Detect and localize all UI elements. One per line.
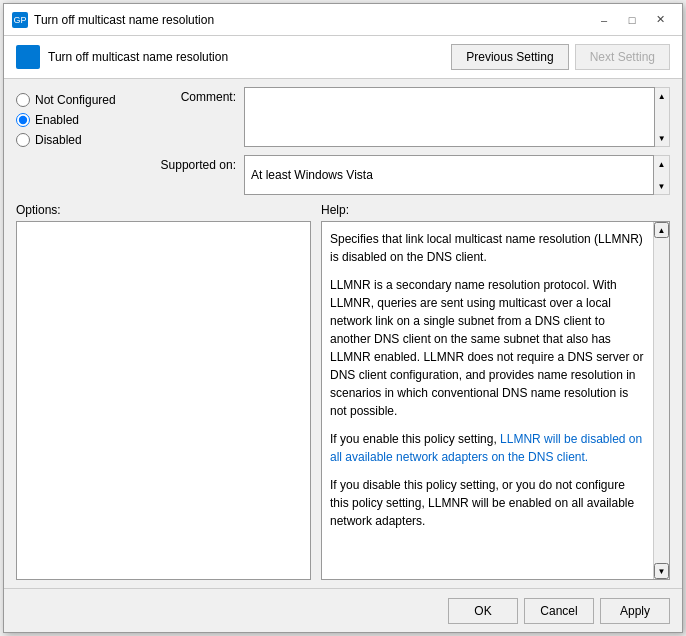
close-button[interactable]: ✕	[646, 9, 674, 31]
comment-label: Comment:	[146, 87, 236, 104]
policy-icon	[16, 45, 40, 69]
help-link-llmnr[interactable]: LLMNR will be disabled on all available …	[330, 432, 642, 464]
supported-label: Supported on:	[146, 155, 236, 172]
ok-button[interactable]: OK	[448, 598, 518, 624]
options-panel	[16, 221, 311, 580]
minimize-button[interactable]: –	[590, 9, 618, 31]
help-content: Specifies that link local multicast name…	[322, 222, 653, 579]
help-para1: Specifies that link local multicast name…	[330, 230, 645, 266]
maximize-button[interactable]: □	[618, 9, 646, 31]
comment-scrollbar: ▲ ▼	[655, 87, 670, 147]
comment-input[interactable]	[244, 87, 655, 147]
bottom-section: Specifies that link local multicast name…	[4, 217, 682, 588]
help-scroll-thumb	[654, 238, 669, 563]
dialog-footer: OK Cancel Apply	[4, 588, 682, 632]
supported-field-container: At least Windows Vista ▲ ▼	[244, 155, 670, 195]
disabled-option[interactable]: Disabled	[16, 133, 146, 147]
apply-button[interactable]: Apply	[600, 598, 670, 624]
scrollbar-thumb	[655, 104, 669, 130]
not-configured-label: Not Configured	[35, 93, 116, 107]
enabled-option[interactable]: Enabled	[16, 113, 146, 127]
options-section-label: Options:	[16, 203, 311, 217]
top-section: Not Configured Enabled Disabled Comment:	[4, 79, 682, 203]
next-setting-button[interactable]: Next Setting	[575, 44, 670, 70]
disabled-label: Disabled	[35, 133, 82, 147]
help-section-label: Help:	[321, 203, 349, 217]
help-para2: LLMNR is a secondary name resolution pro…	[330, 276, 645, 420]
supported-scrollbar: ▲ ▼	[654, 155, 670, 195]
window-icon: GP	[12, 12, 28, 28]
content-area: Not Configured Enabled Disabled Comment:	[4, 79, 682, 588]
help-para3: If you enable this policy setting, LLMNR…	[330, 430, 645, 466]
cancel-button[interactable]: Cancel	[524, 598, 594, 624]
not-configured-radio[interactable]	[16, 93, 30, 107]
supported-scroll-down[interactable]: ▼	[654, 178, 669, 194]
nav-buttons: Previous Setting Next Setting	[451, 44, 670, 70]
help-panel: Specifies that link local multicast name…	[321, 221, 670, 580]
title-bar-controls: – □ ✕	[590, 9, 674, 31]
main-window: GP Turn off multicast name resolution – …	[3, 3, 683, 633]
title-bar: GP Turn off multicast name resolution – …	[4, 4, 682, 36]
supported-row: Supported on: At least Windows Vista ▲ ▼	[146, 155, 670, 195]
header-left: Turn off multicast name resolution	[16, 45, 228, 69]
enabled-label: Enabled	[35, 113, 79, 127]
window-title: Turn off multicast name resolution	[34, 13, 590, 27]
comment-field-container: ▲ ▼	[244, 87, 670, 147]
disabled-radio[interactable]	[16, 133, 30, 147]
form-area: Comment: ▲ ▼ Supported on: At least	[146, 87, 670, 195]
not-configured-option[interactable]: Not Configured	[16, 93, 146, 107]
supported-value: At least Windows Vista	[244, 155, 654, 195]
dialog-header: Turn off multicast name resolution Previ…	[4, 36, 682, 79]
comment-row: Comment: ▲ ▼	[146, 87, 670, 147]
scrollbar-down-arrow[interactable]: ▼	[655, 130, 669, 146]
enabled-radio[interactable]	[16, 113, 30, 127]
help-scrollbar: ▲ ▼	[653, 222, 669, 579]
help-scroll-down[interactable]: ▼	[654, 563, 669, 579]
previous-setting-button[interactable]: Previous Setting	[451, 44, 568, 70]
help-para4: If you disable this policy setting, or y…	[330, 476, 645, 530]
supported-scroll-up[interactable]: ▲	[654, 156, 669, 172]
radio-group: Not Configured Enabled Disabled	[16, 87, 146, 195]
policy-title: Turn off multicast name resolution	[48, 50, 228, 64]
scrollbar-up-arrow[interactable]: ▲	[655, 88, 669, 104]
section-labels: Options: Help:	[4, 203, 682, 217]
help-scroll-up[interactable]: ▲	[654, 222, 669, 238]
